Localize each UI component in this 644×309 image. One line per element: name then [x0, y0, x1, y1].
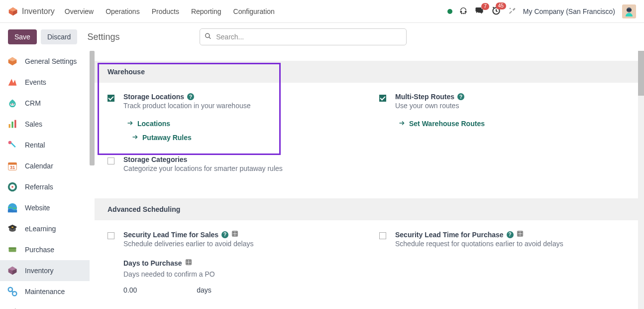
- link-set-warehouse-routes[interactable]: Set Warehouse Routes: [395, 117, 631, 131]
- svg-point-30: [11, 186, 13, 188]
- status-indicator-icon: [447, 9, 452, 14]
- sidebar-app-icon: [7, 98, 18, 109]
- sidebar-item-inventory[interactable]: Inventory: [0, 260, 90, 281]
- svg-rect-49: [233, 232, 234, 233]
- sidebar-item-maintenance[interactable]: Maintenance: [0, 281, 90, 302]
- nav-configuration[interactable]: Configuration: [233, 7, 275, 15]
- svg-point-23: [8, 141, 12, 145]
- sidebar-item-referrals[interactable]: Referrals: [0, 176, 90, 197]
- save-button[interactable]: Save: [8, 29, 37, 44]
- sidebar-item-label: eLearning: [25, 225, 56, 233]
- svg-point-5: [461, 13, 462, 13]
- sidebar-item-website[interactable]: Website: [0, 197, 90, 218]
- help-icon[interactable]: ?: [187, 93, 194, 100]
- nav-overview[interactable]: Overview: [65, 7, 94, 15]
- messages-button[interactable]: 7: [474, 6, 484, 16]
- checkbox-lead-purchase[interactable]: [379, 232, 386, 239]
- setting-title-lead-purchase: Security Lead Time for Purchase: [395, 231, 504, 239]
- svg-rect-21: [11, 122, 13, 128]
- sidebar-item-elearning[interactable]: eLearning: [0, 218, 90, 239]
- sidebar-scrollbar[interactable]: [90, 51, 95, 165]
- sidebar-item-sales[interactable]: Sales: [0, 114, 90, 135]
- user-avatar[interactable]: [622, 4, 636, 18]
- sidebar-item-purchase[interactable]: Purchase: [0, 239, 90, 260]
- search-icon: [205, 33, 212, 41]
- setting-title-storage-categories: Storage Categories: [123, 155, 187, 163]
- setting-title-storage-locations: Storage Locations: [123, 93, 184, 101]
- sidebar-item-label: Purchase: [25, 246, 54, 254]
- arrow-right-icon: [126, 120, 133, 128]
- navbar-right: 7 45 My Company (San Francisco): [447, 4, 636, 18]
- svg-rect-35: [9, 248, 16, 249]
- sidebar-app-icon: [7, 119, 18, 130]
- checkbox-storage-categories[interactable]: [107, 157, 114, 164]
- svg-point-4: [465, 11, 466, 12]
- nav-products[interactable]: Products: [152, 7, 179, 15]
- svg-rect-33: [11, 227, 13, 228]
- activities-badge: 45: [496, 2, 506, 9]
- sidebar-item-general-settings[interactable]: General Settings: [0, 51, 90, 72]
- nav-menu: Overview Operations Products Reporting C…: [65, 7, 275, 15]
- svg-rect-52: [235, 234, 236, 235]
- svg-rect-54: [187, 261, 188, 262]
- sidebar-app-icon: [7, 265, 18, 276]
- developer-icon[interactable]: [185, 259, 192, 267]
- checkbox-storage-locations[interactable]: [107, 95, 114, 102]
- settings-content: Warehouse Storage Locations ? Track prod…: [95, 51, 644, 309]
- svg-point-6: [463, 13, 463, 13]
- setting-title-multistep: Multi-Step Routes: [395, 93, 454, 101]
- sidebar-item-label: General Settings: [25, 57, 77, 65]
- page-title: Settings: [87, 32, 119, 42]
- sidebar-item-manufacturing[interactable]: Manufacturing: [0, 302, 90, 309]
- link-putaway-rules[interactable]: Putaway Rules: [123, 131, 359, 145]
- help-icon[interactable]: ?: [457, 93, 464, 100]
- settings-sidebar: General SettingsEventsCRMSalesRental31Ca…: [0, 51, 90, 309]
- wrench-icon[interactable]: [508, 6, 516, 16]
- brand-text: Inventory: [22, 7, 55, 16]
- nav-reporting[interactable]: Reporting: [191, 7, 221, 15]
- sidebar-item-calendar[interactable]: 31Calendar: [0, 155, 90, 176]
- sidebar-item-events[interactable]: Events: [0, 72, 90, 93]
- sidebar-app-icon: [7, 307, 18, 309]
- svg-line-41: [11, 291, 13, 292]
- sidebar-item-crm[interactable]: CRM: [0, 93, 90, 114]
- headset-icon[interactable]: [459, 6, 467, 16]
- days-value[interactable]: 0.00: [123, 286, 137, 294]
- activities-button[interactable]: 45: [491, 5, 501, 17]
- main-area: General SettingsEventsCRMSalesRental31Ca…: [0, 51, 644, 309]
- svg-point-17: [10, 103, 14, 106]
- svg-point-18: [11, 104, 12, 105]
- company-selector[interactable]: My Company (San Francisco): [523, 7, 615, 15]
- link-locations[interactable]: Locations: [123, 117, 359, 131]
- section-header-advanced: Advanced Scheduling: [95, 198, 644, 220]
- svg-rect-57: [189, 263, 190, 264]
- sidebar-item-rental[interactable]: Rental: [0, 135, 90, 155]
- sidebar-item-label: Sales: [25, 120, 42, 128]
- svg-rect-24: [11, 143, 16, 148]
- svg-rect-62: [521, 234, 522, 235]
- discard-button[interactable]: Discard: [41, 29, 77, 44]
- checkbox-multistep-routes[interactable]: [379, 95, 386, 102]
- sidebar-item-label: Inventory: [25, 267, 54, 275]
- search-wrap: [200, 28, 407, 45]
- svg-point-13: [206, 33, 210, 37]
- setting-title-days-purchase: Days to Purchase: [123, 259, 182, 267]
- brand[interactable]: Inventory: [8, 6, 55, 16]
- help-icon[interactable]: ?: [221, 231, 228, 238]
- svg-rect-56: [187, 263, 188, 264]
- checkbox-lead-sales[interactable]: [107, 232, 114, 239]
- search-input[interactable]: [200, 28, 407, 45]
- sidebar-item-label: Calendar: [25, 162, 53, 170]
- link-label: Set Warehouse Routes: [409, 120, 485, 128]
- developer-icon[interactable]: [231, 230, 238, 239]
- content-scrollbar[interactable]: [638, 51, 644, 309]
- nav-operations[interactable]: Operations: [106, 7, 139, 15]
- developer-icon[interactable]: [517, 230, 524, 239]
- setting-title-lead-sales: Security Lead Time for Sales: [123, 231, 218, 239]
- sidebar-app-icon: [7, 77, 18, 88]
- svg-rect-50: [235, 232, 236, 233]
- setting-desc: Schedule deliveries earlier to avoid del…: [123, 240, 359, 248]
- svg-rect-59: [518, 232, 519, 233]
- help-icon[interactable]: ?: [507, 231, 514, 238]
- svg-rect-12: [627, 9, 632, 11]
